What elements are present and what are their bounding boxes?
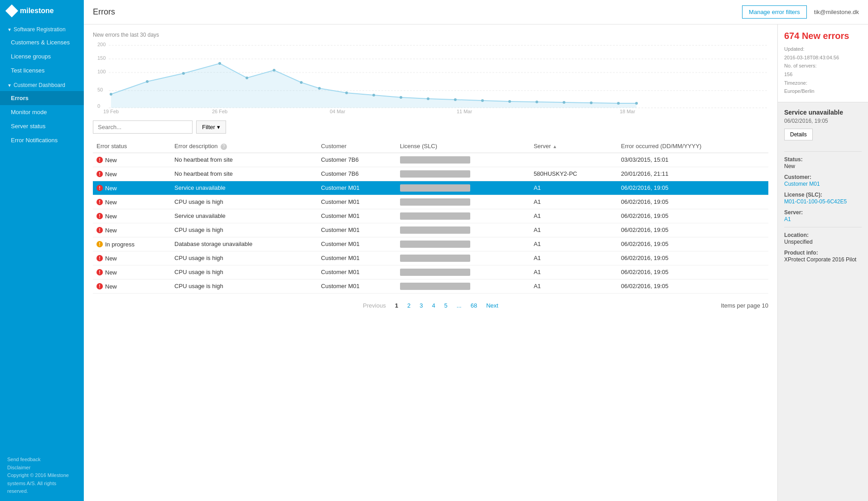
sidebar: milestone ▼ Software Registration Custom… — [0, 0, 84, 501]
search-input[interactable] — [93, 120, 193, 134]
detail-license-value[interactable]: M01-C01-100-05-6C42E5 — [784, 198, 862, 205]
cell-occurred: 20/01/2016, 21:11 — [617, 167, 768, 181]
page-1-link[interactable]: 1 — [391, 301, 402, 310]
cell-occurred: 06/02/2016, 19:05 — [617, 237, 768, 251]
table-row[interactable]: ! New CPU usage is high Customer M01 M01… — [93, 265, 768, 279]
logo-text: milestone — [20, 7, 54, 15]
cell-license: M01-C01-100-05-6C42E5 — [396, 265, 530, 279]
sidebar-item-customers-licenses[interactable]: Customers & Licenses — [0, 35, 84, 49]
detail-product-field: Product info: XProtect Corporate 2016 Pi… — [784, 250, 862, 263]
table-row[interactable]: ! New CPU usage is high Customer M01 M01… — [93, 251, 768, 265]
table-row[interactable]: ! New Service unavailable Customer M01 M… — [93, 209, 768, 223]
svg-text:04 Mar: 04 Mar — [330, 109, 346, 113]
page-5-link[interactable]: 5 — [441, 301, 451, 310]
page-68-link[interactable]: 68 — [467, 301, 481, 310]
status-text: New — [105, 227, 117, 234]
cell-server: A1 — [530, 237, 617, 251]
sidebar-section-software-registration[interactable]: ▼ Software Registration — [0, 22, 84, 35]
svg-point-25 — [508, 100, 511, 103]
svg-marker-10 — [111, 63, 637, 108]
items-per-page[interactable]: Items per page 10 — [721, 302, 768, 309]
status-text: New — [105, 213, 117, 220]
svg-point-24 — [481, 99, 484, 102]
detail-date: 06/02/2016, 19:05 — [784, 118, 862, 124]
table-row[interactable]: ! New No heartbeat from site Customer 7B… — [93, 153, 768, 167]
cell-status: ! New — [93, 223, 171, 237]
detail-server-value[interactable]: A1 — [784, 216, 862, 222]
svg-text:0: 0 — [97, 103, 100, 109]
cell-occurred: 06/02/2016, 19:05 — [617, 265, 768, 279]
page-3-link[interactable]: 3 — [416, 301, 426, 310]
logo-container: milestone — [0, 0, 84, 22]
disclaimer-link[interactable]: Disclaimer — [7, 465, 30, 470]
arrow-icon: ▼ — [7, 27, 12, 32]
svg-text:18 Mar: 18 Mar — [620, 109, 636, 113]
svg-point-15 — [246, 77, 248, 79]
svg-point-20 — [372, 94, 375, 96]
sidebar-item-server-status[interactable]: Server status — [0, 119, 84, 133]
sidebar-section-customer-dashboard[interactable]: ▼ Customer Dashboard — [0, 77, 84, 91]
table-row[interactable]: ! New CPU usage is high Customer M01 M01… — [93, 223, 768, 237]
table-row[interactable]: ! New Service unavailable Customer M01 M… — [93, 181, 768, 195]
send-feedback-link[interactable]: Send feedback — [7, 457, 40, 462]
cell-description: No heartbeat from site — [171, 153, 317, 167]
svg-point-12 — [146, 80, 149, 83]
sidebar-item-monitor-mode[interactable]: Monitor mode — [0, 105, 84, 119]
details-button[interactable]: Details — [784, 129, 813, 140]
next-page-link[interactable]: Next — [482, 301, 502, 310]
status-text: New — [105, 171, 117, 178]
cell-license: M01-C01-100-05-6C42E5 — [396, 237, 530, 251]
stats-meta: Updated: 2016-03-18T08:43:04.56 No. of s… — [784, 45, 862, 96]
page-4-link[interactable]: 4 — [428, 301, 439, 310]
detail-license-field: License (SLC): M01-C01-100-05-6C42E5 — [784, 192, 862, 205]
cell-license: M01-C01-100-05-6C42E5 — [396, 209, 530, 223]
cell-license: M01-C01-100-05-6C42E5 — [396, 223, 530, 237]
detail-product-label: Product info: — [784, 250, 862, 256]
status-text: New — [105, 255, 117, 262]
status-dot: ! — [96, 213, 103, 219]
status-badge: ! New — [96, 185, 117, 192]
chart-area: 200 150 100 50 0 — [93, 41, 768, 113]
svg-point-11 — [110, 93, 112, 96]
status-badge: ! New — [96, 171, 117, 178]
filter-dropdown-icon: ▾ — [217, 124, 220, 130]
cell-description: CPU usage is high — [171, 279, 317, 293]
cell-description: CPU usage is high — [171, 223, 317, 237]
svg-point-27 — [563, 101, 565, 104]
col-error-occurred: Error occurred (DD/MM/YYYY) — [617, 140, 768, 153]
status-text: New — [105, 269, 117, 276]
cell-customer: Customer M01 — [318, 265, 396, 279]
errors-chart: 200 150 100 50 0 — [93, 41, 768, 113]
detail-title: Service unavailable — [784, 109, 862, 116]
cell-customer: Customer M01 — [318, 223, 396, 237]
svg-point-23 — [454, 98, 457, 101]
page-2-link[interactable]: 2 — [404, 301, 414, 310]
updated-value: 2016-03-18T08:43:04.56 — [784, 55, 839, 60]
table-row[interactable]: ! New No heartbeat from site Customer 7B… — [93, 167, 768, 181]
manage-error-filters-button[interactable]: Manage error filters — [742, 5, 807, 19]
status-text: New — [105, 283, 117, 290]
cell-status: ! New — [93, 195, 171, 209]
status-badge: ! New — [96, 199, 117, 206]
sort-asc-icon[interactable]: ▲ — [553, 144, 557, 149]
table-row[interactable]: ! New CPU usage is high Customer M01 M01… — [93, 279, 768, 293]
cell-server: A1 — [530, 223, 617, 237]
detail-customer-value[interactable]: Customer M01 — [784, 181, 862, 187]
sidebar-item-test-licenses[interactable]: Test licenses — [0, 63, 84, 77]
cell-customer: Customer M01 — [318, 181, 396, 195]
sidebar-item-error-notifications[interactable]: Error Notifications — [0, 133, 84, 147]
filter-button[interactable]: Filter ▾ — [196, 120, 226, 134]
sidebar-item-errors[interactable]: Errors — [0, 91, 84, 105]
table-row[interactable]: ! New CPU usage is high Customer M01 M01… — [93, 195, 768, 209]
svg-point-21 — [400, 96, 402, 99]
status-badge: ! New — [96, 157, 117, 164]
cell-status: ! New — [93, 209, 171, 223]
sidebar-item-license-groups[interactable]: License groups — [0, 49, 84, 63]
timezone-value: Europe/Berlin — [784, 88, 815, 94]
chart-title: New errors the last 30 days — [93, 32, 768, 38]
table-row[interactable]: ! In progress Database storage unavailab… — [93, 237, 768, 251]
status-badge: ! New — [96, 269, 117, 276]
cell-license: M01-C01-100-05-6C42E5 — [396, 153, 530, 167]
prev-page-link[interactable]: Previous — [359, 301, 390, 310]
sidebar-footer: Send feedback Disclaimer Copyright © 201… — [0, 450, 84, 501]
